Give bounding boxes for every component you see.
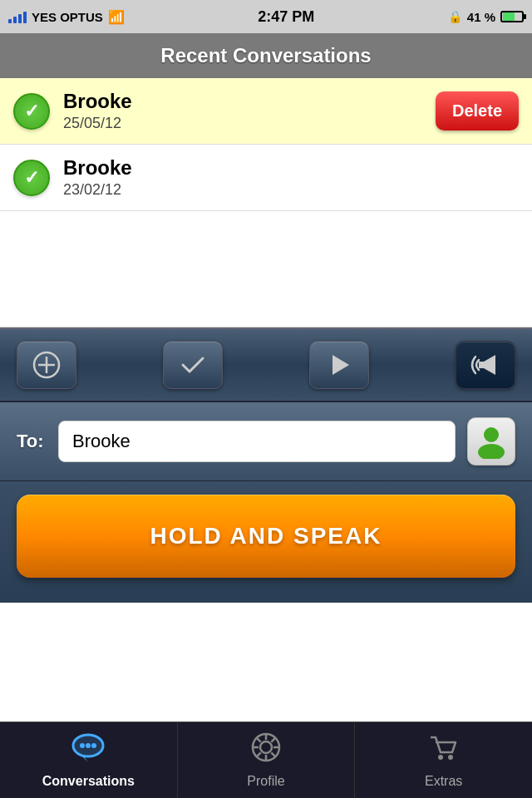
play-icon xyxy=(324,350,354,380)
svg-line-20 xyxy=(257,737,261,741)
checkmark-button[interactable] xyxy=(163,341,223,389)
bottom-panel: To: HOLD AND SPEAK xyxy=(0,328,532,603)
signal-bars-icon xyxy=(8,10,27,23)
svg-line-23 xyxy=(257,752,261,756)
status-right: 🔒 41 % xyxy=(448,10,524,24)
check-icon: ✓ xyxy=(13,160,50,196)
profile-tab-label: Profile xyxy=(247,774,284,789)
svg-point-15 xyxy=(260,741,272,753)
toolbar xyxy=(0,328,532,402)
contact-icon xyxy=(475,424,507,459)
conv-date: 25/05/12 xyxy=(63,115,436,132)
status-left: YES OPTUS 📶 xyxy=(8,9,125,25)
svg-point-24 xyxy=(438,755,443,760)
tab-conversations[interactable]: Conversations xyxy=(0,722,178,798)
wifi-icon: 📶 xyxy=(108,9,125,25)
extras-tab-icon xyxy=(427,732,461,769)
speaker-button[interactable] xyxy=(456,341,515,389)
conv-name: Brooke xyxy=(63,90,436,113)
hold-and-speak-button[interactable]: HOLD AND SPEAK xyxy=(17,495,515,578)
tab-extras[interactable]: Extras xyxy=(355,722,532,798)
contact-picker-button[interactable] xyxy=(467,417,515,466)
svg-marker-4 xyxy=(484,355,495,375)
carrier-label: YES OPTUS xyxy=(32,10,103,24)
svg-point-6 xyxy=(484,427,499,442)
conv-name: Brooke xyxy=(63,156,519,180)
extras-tab-label: Extras xyxy=(425,774,462,789)
conv-info: Brooke 23/02/12 xyxy=(63,156,519,199)
list-item[interactable]: ✓ Brooke 25/05/12 Delete xyxy=(0,78,532,145)
speak-button-container: HOLD AND SPEAK xyxy=(0,481,532,594)
profile-tab-icon xyxy=(251,732,281,769)
svg-point-10 xyxy=(80,743,85,748)
svg-point-12 xyxy=(91,743,96,748)
tab-profile[interactable]: Profile xyxy=(178,722,356,798)
svg-line-21 xyxy=(271,752,275,756)
lock-icon: 🔒 xyxy=(448,10,462,23)
svg-point-7 xyxy=(478,444,505,459)
tab-bar: Conversations Profile xyxy=(0,722,532,798)
check-icon: ✓ xyxy=(13,93,50,130)
list-item[interactable]: ✓ Brooke 23/02/12 xyxy=(0,145,532,211)
play-button[interactable] xyxy=(309,341,369,389)
input-area: To: xyxy=(0,402,532,481)
add-button[interactable] xyxy=(17,341,76,389)
checkmark-icon xyxy=(178,350,208,380)
conversations-tab-label: Conversations xyxy=(42,774,135,789)
svg-point-25 xyxy=(448,755,453,760)
input-row: To: xyxy=(17,417,515,466)
to-label: To: xyxy=(17,431,47,452)
delete-button[interactable]: Delete xyxy=(436,91,519,131)
battery-icon xyxy=(500,11,524,22)
svg-line-22 xyxy=(271,737,275,741)
nav-title: Recent Conversations xyxy=(160,44,371,67)
svg-rect-5 xyxy=(479,362,485,368)
add-icon xyxy=(32,350,62,380)
svg-marker-3 xyxy=(332,355,349,375)
conversations-tab-icon xyxy=(71,732,105,769)
empty-area xyxy=(0,211,532,328)
time-label: 2:47 PM xyxy=(258,8,314,26)
battery-pct-label: 41 % xyxy=(467,10,495,24)
nav-bar: Recent Conversations xyxy=(0,33,532,78)
conv-date: 23/02/12 xyxy=(63,181,519,199)
to-input[interactable] xyxy=(58,421,456,462)
speaker-icon xyxy=(467,350,504,380)
status-bar: YES OPTUS 📶 2:47 PM 🔒 41 % xyxy=(0,0,532,33)
conversation-list: ✓ Brooke 25/05/12 Delete ✓ Brooke 23/02/… xyxy=(0,78,532,328)
conv-info: Brooke 25/05/12 xyxy=(63,90,436,132)
svg-point-11 xyxy=(86,743,91,748)
